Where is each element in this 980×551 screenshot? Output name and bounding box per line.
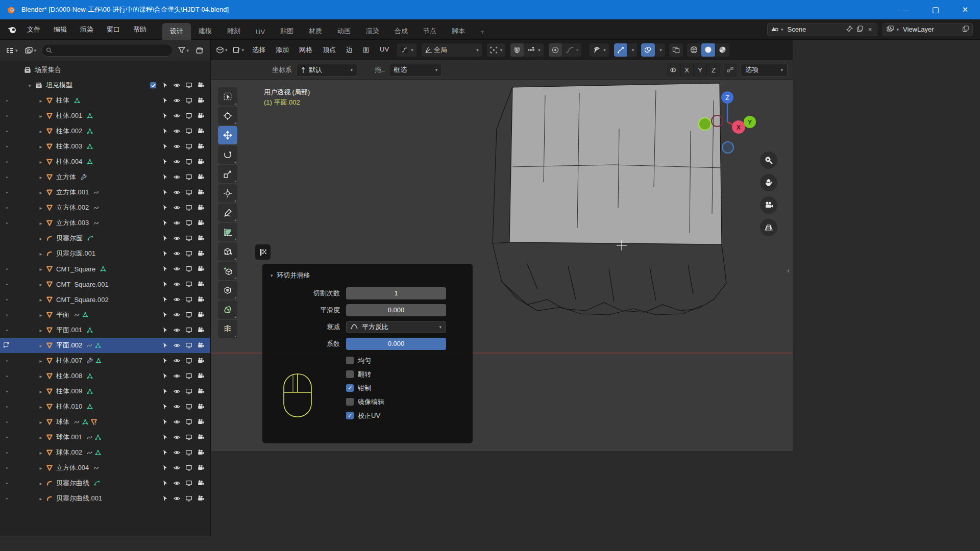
disclosure-icon[interactable]: ▸ <box>36 129 46 134</box>
disable-viewport-icon[interactable] <box>185 327 192 334</box>
tool-cursor[interactable] <box>218 107 237 125</box>
outliner-row[interactable]: ▸立方体.002 <box>0 200 210 215</box>
object-name[interactable]: 柱体.008 <box>56 371 82 381</box>
outliner-row[interactable]: ▸贝塞尔圆 <box>0 231 210 246</box>
operator-checkbox-翻转[interactable]: 翻转 <box>346 367 465 381</box>
object-name[interactable]: 球体.001 <box>56 433 82 442</box>
new-collection-icon[interactable] <box>194 44 206 57</box>
outliner-row[interactable]: ▸柱体.008 <box>0 368 210 384</box>
disable-viewport-icon[interactable] <box>185 189 192 196</box>
selectable-icon[interactable] <box>162 158 168 165</box>
object-name[interactable]: 立方体.002 <box>56 203 89 212</box>
outliner-row[interactable]: ▸CMT_Square <box>0 261 210 277</box>
cuts-input[interactable]: 1 <box>346 287 446 299</box>
hide-viewport-eye-icon[interactable] <box>173 311 181 318</box>
object-name[interactable]: CMT_Square <box>56 265 95 273</box>
editor-type-viewport-icon[interactable]: ▾ <box>214 43 230 57</box>
snap-target-icon[interactable] <box>724 64 737 77</box>
disable-render-camera-icon[interactable] <box>197 235 205 242</box>
object-name[interactable]: 立方体.001 <box>56 188 89 197</box>
disclosure-icon[interactable]: ▸ <box>36 251 46 257</box>
proportional-editing-toggle[interactable] <box>549 43 562 57</box>
select-visibility-dropdown[interactable]: ▾ <box>590 43 609 57</box>
hide-viewport-eye-icon[interactable] <box>173 173 181 181</box>
disable-render-camera-icon[interactable] <box>197 250 205 257</box>
hide-viewport-eye-icon[interactable] <box>173 143 181 150</box>
factor-slider[interactable]: 0.000 <box>346 338 446 350</box>
object-name[interactable]: 平面.002 <box>56 341 82 350</box>
tool-measure[interactable] <box>218 223 237 241</box>
disable-render-camera-icon[interactable] <box>197 418 205 425</box>
selectable-icon[interactable] <box>162 418 168 425</box>
outliner-row[interactable]: ▸立方体.004 <box>0 460 210 475</box>
disclosure-icon[interactable]: ▾ <box>24 83 35 88</box>
disable-viewport-icon[interactable] <box>185 173 192 181</box>
selectable-icon[interactable] <box>162 112 168 119</box>
tool-rotate[interactable] <box>218 145 237 164</box>
object-name[interactable]: 贝塞尔曲线 <box>56 479 89 488</box>
disable-viewport-icon[interactable] <box>185 204 192 211</box>
workspace-tab-UV[interactable]: UV <box>248 24 273 40</box>
topbar-menu-编辑[interactable]: 编辑 <box>47 22 74 37</box>
tool-inset-faces[interactable] <box>218 281 237 299</box>
selectable-icon[interactable] <box>162 204 168 211</box>
disable-viewport-icon[interactable] <box>185 495 192 502</box>
disable-viewport-icon[interactable] <box>185 418 192 425</box>
outliner-row[interactable]: ▸柱体.003 <box>0 139 210 154</box>
selectable-icon[interactable] <box>162 235 168 242</box>
outliner-row[interactable]: ▸柱体 <box>0 93 210 108</box>
disable-render-camera-icon[interactable] <box>197 449 205 456</box>
tool-bevel[interactable] <box>218 300 237 319</box>
outliner-row[interactable]: ▸CMT_Square.002 <box>0 292 210 307</box>
disable-render-camera-icon[interactable] <box>197 173 205 181</box>
workspace-tab-材质[interactable]: 材质 <box>301 23 330 40</box>
selectable-icon[interactable] <box>162 449 168 456</box>
outliner-row[interactable]: ▸平面 <box>0 307 210 322</box>
outliner-row[interactable]: ▸贝塞尔曲线.001 <box>0 491 210 506</box>
outliner-row[interactable]: ▸柱体.002 <box>0 123 210 139</box>
disable-viewport-icon[interactable] <box>185 235 192 242</box>
disclosure-icon[interactable]: ▸ <box>36 358 46 364</box>
selectable-icon[interactable] <box>162 296 168 303</box>
display-mode-icon[interactable]: ▾ <box>23 44 39 57</box>
disclosure-icon[interactable]: ▸ <box>36 465 46 471</box>
selectable-icon[interactable] <box>162 480 168 487</box>
disable-viewport-icon[interactable] <box>185 372 192 380</box>
tool-add-cube-vertex[interactable] <box>218 242 237 261</box>
object-name[interactable]: CMT_Square.002 <box>56 296 109 304</box>
object-name[interactable]: CMT_Square.001 <box>56 281 109 288</box>
object-name[interactable]: 立方体 <box>56 172 76 182</box>
disclosure-icon[interactable]: ▸ <box>36 481 46 486</box>
disable-render-camera-icon[interactable] <box>197 189 205 196</box>
checkbox-icon[interactable]: ✓ <box>346 384 354 392</box>
disclosure-icon[interactable]: ▸ <box>36 144 46 149</box>
hide-viewport-eye-icon[interactable] <box>173 418 181 425</box>
hide-viewport-eye-icon[interactable] <box>173 480 181 487</box>
outliner-search-input[interactable] <box>55 46 168 55</box>
outliner-row[interactable]: ▸CMT_Square.001 <box>0 277 210 292</box>
disclosure-icon[interactable]: ▸ <box>36 159 46 165</box>
object-name[interactable]: 柱体.001 <box>56 111 82 120</box>
checkbox-icon[interactable] <box>346 370 354 378</box>
outliner-row[interactable]: ▸平面.001 <box>0 322 210 338</box>
disable-viewport-icon[interactable] <box>185 82 192 89</box>
object-name[interactable]: 贝塞尔圆.001 <box>56 249 95 258</box>
disable-render-camera-icon[interactable] <box>197 403 205 410</box>
object-name[interactable]: 球体.002 <box>56 448 82 457</box>
outliner-row[interactable]: ▸柱体.004 <box>0 154 210 169</box>
disable-render-camera-icon[interactable] <box>197 265 205 272</box>
falloff-dropdown[interactable]: 平方反比 ▾ <box>346 321 446 333</box>
tool-tweak-select[interactable] <box>218 87 237 106</box>
snap-toggle[interactable] <box>510 43 524 57</box>
object-name[interactable]: 柱体 <box>56 96 69 105</box>
disclosure-icon[interactable]: ▸ <box>36 266 46 272</box>
selectable-icon[interactable] <box>162 189 168 196</box>
object-name[interactable]: 柱体.007 <box>56 356 82 365</box>
viewport-menu-顶点[interactable]: 顶点 <box>317 43 341 57</box>
outliner-row[interactable]: ▸平面.002 <box>0 338 210 353</box>
outliner-row[interactable]: ▸柱体.007 <box>0 353 210 368</box>
camera-view-icon[interactable] <box>760 196 777 214</box>
drag-mode-dropdown[interactable]: 框选 ▾ <box>389 64 442 77</box>
outliner-row[interactable]: ▸柱体.001 <box>0 108 210 123</box>
outliner-row[interactable]: ▸贝塞尔圆.001 <box>0 246 210 261</box>
